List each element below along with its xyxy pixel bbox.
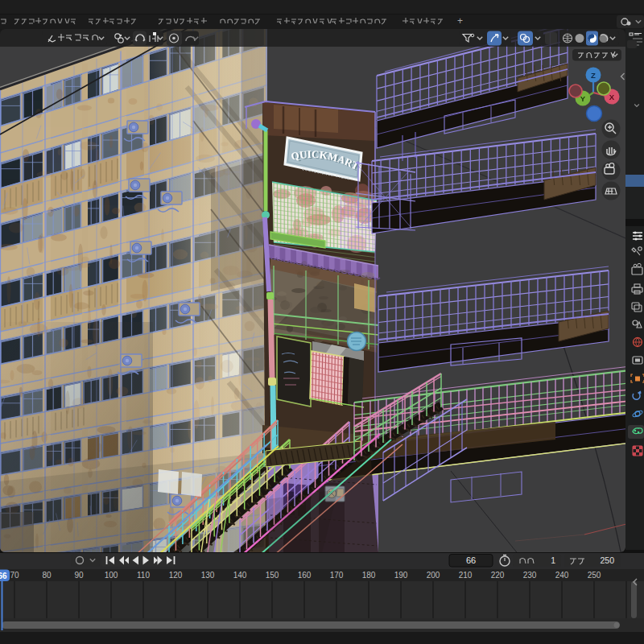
svg-text:230: 230 <box>523 571 537 580</box>
svg-text:240: 240 <box>555 571 569 580</box>
svg-text:Z: Z <box>591 71 596 80</box>
svg-text:90: 90 <box>74 571 84 580</box>
svg-text:70: 70 <box>10 571 19 580</box>
svg-text:66: 66 <box>0 572 7 580</box>
svg-text:210: 210 <box>459 571 473 580</box>
svg-text:X: X <box>609 93 615 101</box>
svg-text:250: 250 <box>600 555 614 565</box>
svg-text:220: 220 <box>491 571 505 580</box>
svg-text:180: 180 <box>362 571 376 580</box>
svg-text:120: 120 <box>169 571 183 580</box>
svg-text:170: 170 <box>330 571 344 580</box>
svg-text:250: 250 <box>588 571 601 580</box>
svg-text:+: + <box>457 15 463 27</box>
svg-text:200: 200 <box>427 571 440 580</box>
svg-text:80: 80 <box>42 571 52 580</box>
svg-text:190: 190 <box>394 571 408 580</box>
svg-text:160: 160 <box>298 571 312 580</box>
svg-text:66: 66 <box>466 555 476 565</box>
svg-text:130: 130 <box>201 571 215 580</box>
svg-text:150: 150 <box>266 571 279 580</box>
svg-text:140: 140 <box>233 571 247 580</box>
svg-text:110: 110 <box>137 571 150 580</box>
svg-text:1: 1 <box>551 555 555 565</box>
svg-text:100: 100 <box>105 571 118 580</box>
